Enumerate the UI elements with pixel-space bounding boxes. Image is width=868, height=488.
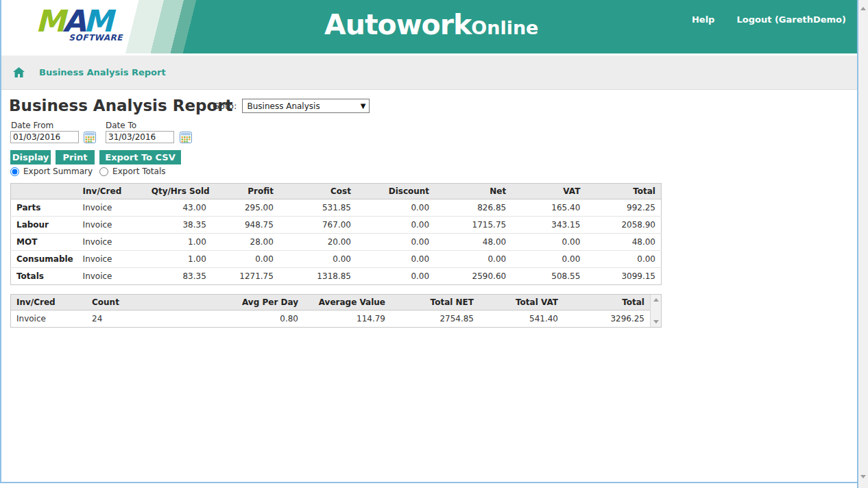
home-icon[interactable]: [13, 67, 25, 77]
logout-link[interactable]: Logout (GarethDemo): [736, 14, 846, 25]
table-cell: 0.00: [586, 251, 661, 268]
scroll-down-icon[interactable]: [860, 475, 866, 478]
export-csv-button[interactable]: Export To CSV: [99, 150, 181, 164]
table-cell: 1271.75: [212, 268, 279, 285]
scroll-up-icon[interactable]: [653, 298, 659, 302]
table-cell: 826.85: [435, 199, 511, 217]
table-cell: 2058.90: [586, 217, 661, 234]
table-cell: 48.00: [586, 234, 661, 251]
page-scrollbar[interactable]: [858, 0, 868, 488]
table-cell: Consumable: [11, 251, 77, 268]
export-summary-label[interactable]: Export Summary: [23, 167, 93, 176]
table-cell: 165.40: [511, 199, 586, 217]
table-cell: 1.00: [146, 234, 212, 251]
table-cell: Invoice: [77, 251, 146, 268]
table-cell: 0.00: [511, 251, 586, 268]
help-link[interactable]: Help: [692, 14, 714, 25]
totals-table: Inv/CredCountAvg Per DayAverage ValueTot…: [11, 295, 650, 327]
table-cell: 767.00: [279, 217, 357, 234]
table-cell: 0.00: [279, 251, 357, 268]
table-cell: 20.00: [279, 234, 357, 251]
scroll-up-icon[interactable]: [860, 7, 866, 10]
table-cell: 0.00: [357, 199, 435, 217]
table-cell: Invoice: [77, 217, 146, 234]
breadcrumb: Business Analysis Report: [1, 56, 857, 90]
column-header: [11, 184, 77, 199]
column-header: Total: [586, 184, 661, 199]
table-cell: Invoice: [77, 268, 146, 285]
table-cell: 1715.75: [435, 217, 511, 234]
date-to-calendar-icon[interactable]: [180, 132, 192, 143]
action-buttons: Display Print Export To CSV: [10, 150, 181, 164]
table-row: PartsInvoice43.00295.00531.850.00826.851…: [11, 199, 662, 217]
table-cell: 0.80: [173, 310, 304, 328]
table-cell: Invoice: [77, 199, 146, 217]
table-cell: 3099.15: [586, 268, 661, 285]
column-header: Cost: [279, 184, 357, 199]
table-cell: Invoice: [77, 234, 146, 251]
table-cell: Parts: [11, 199, 77, 217]
export-totals-radio[interactable]: [99, 167, 108, 176]
column-header: Net: [435, 184, 511, 199]
table-cell: 531.85: [279, 199, 357, 217]
table-cell: Totals: [11, 268, 77, 285]
goto-selected-value: Business Analysis: [247, 101, 320, 111]
export-summary-radio[interactable]: [10, 167, 19, 176]
mam-software-logo: MAM SOFTWARE: [23, 5, 123, 42]
breadcrumb-link[interactable]: Business Analysis Report: [39, 67, 166, 77]
column-header: Profit: [212, 184, 279, 199]
column-header: Inv/Cred: [11, 295, 86, 310]
goto-select[interactable]: Business Analysis ▼: [242, 99, 370, 113]
column-header: Total VAT: [479, 295, 564, 310]
export-totals-label[interactable]: Export Totals: [112, 167, 165, 176]
table-cell: 28.00: [212, 234, 279, 251]
column-header: Total NET: [391, 295, 479, 310]
date-to-label: Date To: [106, 121, 136, 130]
column-header: Average Value: [304, 295, 391, 310]
window-frame-right: [857, 0, 858, 488]
table-header-row: Inv/CredCountAvg Per DayAverage ValueTot…: [11, 295, 650, 310]
export-option-radios: Export Summary Export Totals: [10, 167, 172, 176]
table-cell: 948.75: [212, 217, 279, 234]
table-cell: 0.00: [357, 268, 435, 285]
print-button[interactable]: Print: [56, 150, 95, 164]
table-row: MOTInvoice1.0028.0020.000.0048.000.0048.…: [11, 234, 662, 251]
app-title-sub: Online: [471, 17, 538, 38]
date-from-label: Date From: [11, 121, 53, 130]
table-cell: 24: [86, 310, 173, 328]
table-cell: 0.00: [357, 217, 435, 234]
table-cell: Invoice: [11, 310, 86, 328]
date-from-input[interactable]: [10, 131, 79, 143]
table-cell: 0.00: [357, 234, 435, 251]
date-from-calendar-icon[interactable]: [84, 132, 96, 143]
table-cell: 295.00: [212, 199, 279, 217]
table-cell: 114.79: [304, 310, 391, 328]
window-frame-bottom: [0, 482, 857, 483]
table-cell: 992.25: [586, 199, 661, 217]
app-title-main: Autowork: [324, 8, 471, 41]
column-header: Inv/Cred: [77, 184, 146, 199]
totals-table-scrollbar[interactable]: [650, 295, 661, 327]
table-cell: 0.00: [212, 251, 279, 268]
date-to-input[interactable]: [106, 131, 174, 143]
table-row: TotalsInvoice83.351271.751318.850.002590…: [11, 268, 662, 285]
table-cell: 1318.85: [279, 268, 357, 285]
table-cell: 38.35: [146, 217, 212, 234]
header-links: Help Logout (GarethDemo): [692, 14, 846, 25]
table-cell: 1.00: [146, 251, 212, 268]
table-row: Invoice240.80114.792754.85541.403296.25: [11, 310, 650, 328]
table-cell: 0.00: [357, 251, 435, 268]
goto-control: Goto: Business Analysis ▼: [213, 99, 370, 113]
page-title: Business Analysis Report: [9, 97, 233, 114]
main-content: Business Analysis Report Goto: Business …: [1, 90, 857, 488]
app-window: MAM SOFTWARE AutoworkOnline Help Logout …: [0, 0, 868, 488]
column-header: Total: [564, 295, 650, 310]
table-cell: 2754.85: [391, 310, 479, 328]
table-row: ConsumableInvoice1.000.000.000.000.000.0…: [11, 251, 662, 268]
column-header: Count: [86, 295, 173, 310]
app-title: AutoworkOnline: [324, 8, 538, 41]
display-button[interactable]: Display: [10, 150, 51, 164]
summary-table: Inv/CredQty/Hrs SoldProfitCostDiscountNe…: [10, 183, 662, 285]
table-cell: 2590.60: [435, 268, 511, 285]
scroll-down-icon[interactable]: [653, 320, 659, 324]
